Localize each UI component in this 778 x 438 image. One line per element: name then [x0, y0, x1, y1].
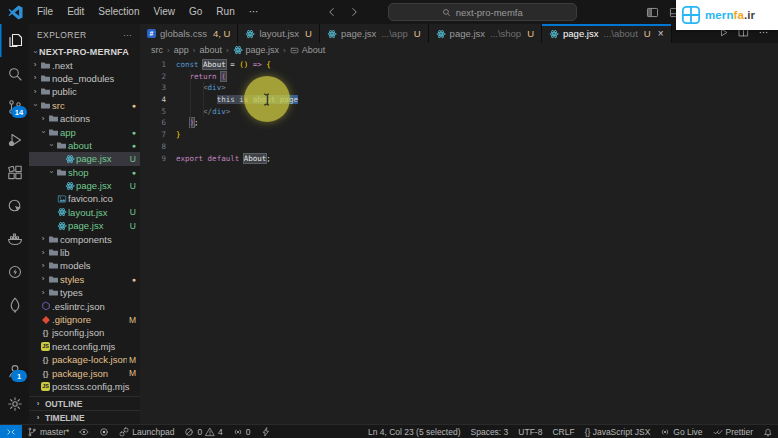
- activitybar-thunder-client[interactable]: [0, 255, 29, 288]
- status-notifications[interactable]: [758, 425, 778, 438]
- tree-item--gitignore[interactable]: .gitignoreM: [29, 313, 140, 326]
- tree-item--eslintrc-json[interactable]: .eslintrc.json: [29, 299, 140, 312]
- timeline-section[interactable]: › TIMELINE: [29, 410, 140, 424]
- breadcrumb-item-about[interactable]: About: [290, 45, 326, 55]
- activitybar-source-control[interactable]: 14: [0, 90, 29, 123]
- chevron-down-icon: ›: [47, 141, 55, 149]
- tab-label: page.jsx: [450, 28, 485, 39]
- close-icon[interactable]: ×: [658, 29, 664, 39]
- tree-item-page-jsx[interactable]: page.jsxU: [29, 152, 140, 165]
- code-line-1[interactable]: 1const About = () => {: [140, 59, 778, 71]
- activitybar-accounts[interactable]: 1: [0, 354, 29, 387]
- code-line-2[interactable]: 2 return (: [140, 71, 778, 83]
- tree-root[interactable]: ›NEXT-PRO-MERNFA: [29, 45, 140, 58]
- breadcrumb[interactable]: src›app›about›page.jsx›About: [140, 43, 778, 57]
- code-line-4[interactable]: 4 this is about page: [140, 94, 778, 106]
- back-arrow-icon[interactable]: [326, 6, 338, 18]
- code-line-9[interactable]: 9export default About;: [140, 153, 778, 165]
- status-go-live[interactable]: Go Live: [655, 425, 707, 438]
- tree-item-actions[interactable]: ›actions: [29, 112, 140, 125]
- status-problems[interactable]: 04: [179, 425, 227, 438]
- tree-item-app[interactable]: ›app●: [29, 125, 140, 138]
- tab-globals-css[interactable]: #globals.css4, U: [140, 24, 238, 43]
- tree-item-next-config-mjs[interactable]: JSnext.config.mjs: [29, 340, 140, 353]
- status-encoding[interactable]: UTF-8: [513, 425, 547, 438]
- activitybar-explorer[interactable]: [0, 24, 29, 57]
- tree-item-favicon-ico[interactable]: favicon.ico: [29, 192, 140, 205]
- breadcrumb-item-app[interactable]: app: [174, 45, 189, 55]
- error-icon: [184, 427, 194, 437]
- code-line-5[interactable]: 5 </div>: [140, 106, 778, 118]
- activitybar-live-preview[interactable]: [0, 189, 29, 222]
- breadcrumb-label: About: [302, 45, 326, 55]
- status-gitlens-target[interactable]: [94, 425, 114, 438]
- status-eol-text: CRLF: [552, 427, 574, 437]
- menu-item-[interactable]: ⋯: [242, 0, 266, 24]
- menu-item-file[interactable]: File: [30, 0, 60, 24]
- activitybar-extensions[interactable]: [0, 156, 29, 189]
- code-line-6[interactable]: 6 );: [140, 117, 778, 129]
- activitybar-run-debug[interactable]: [0, 123, 29, 156]
- tree-item-node-modules[interactable]: ›node_modules: [29, 72, 140, 85]
- status-indentation[interactable]: Spaces: 3: [466, 425, 514, 438]
- activitybar-mongodb[interactable]: [0, 288, 29, 321]
- status-radio-count[interactable]: 0: [228, 425, 256, 438]
- explorer-more-actions[interactable]: ⋯: [123, 30, 132, 40]
- breadcrumb-item-about[interactable]: about: [199, 45, 222, 55]
- breadcrumb-item-src[interactable]: src: [151, 45, 163, 55]
- tab-layout-jsx[interactable]: layout.jsxU: [238, 24, 319, 43]
- chevron-down-icon: ›: [31, 48, 39, 56]
- tree-item-lib[interactable]: ›lib: [29, 246, 140, 259]
- breadcrumb-item-page-jsx[interactable]: page.jsx: [233, 45, 280, 55]
- tab-page-jsx----about[interactable]: page.jsx ...\aboutU×: [542, 24, 671, 43]
- menu-item-edit[interactable]: Edit: [60, 0, 91, 24]
- tree-item-package-lock-json[interactable]: {}package-lock.jsonM: [29, 353, 140, 366]
- tree-item-package-json[interactable]: {}package.jsonM: [29, 366, 140, 379]
- tree-item-layout-jsx[interactable]: layout.jsxU: [29, 206, 140, 219]
- code-line-8[interactable]: 8: [140, 141, 778, 153]
- git-status-badge: M: [129, 368, 136, 378]
- tree-item-public[interactable]: ›public: [29, 85, 140, 98]
- activitybar-docker[interactable]: [0, 222, 29, 255]
- toggle-panel-icon[interactable]: [646, 6, 659, 19]
- tree-item-shop[interactable]: ›shop●: [29, 166, 140, 179]
- tab-page-jsx----shop[interactable]: page.jsx ...\shopU: [429, 24, 542, 43]
- status-language-mode[interactable]: {} JavaScript JSX: [580, 425, 656, 438]
- tree-item-models[interactable]: ›models: [29, 259, 140, 272]
- chevron-right-icon: ›: [39, 262, 47, 270]
- status-cursor-position[interactable]: Ln 4, Col 23 (5 selected): [363, 425, 466, 438]
- status-remote-indicator[interactable]: [0, 425, 22, 438]
- code-line-7[interactable]: 7}: [140, 129, 778, 141]
- activitybar-search[interactable]: [0, 57, 29, 90]
- tree-item-styles[interactable]: ›styles●: [29, 273, 140, 286]
- tree-item-jsconfig-json[interactable]: {}jsconfig.json: [29, 326, 140, 339]
- tree-item-label: next.config.mjs: [52, 341, 136, 352]
- status-prettier[interactable]: Prettier: [708, 425, 758, 438]
- folder-icon: [48, 260, 59, 271]
- activitybar-settings[interactable]: [0, 387, 29, 420]
- status-gitlens-eye[interactable]: [74, 425, 94, 438]
- tree-item-page-jsx[interactable]: page.jsxU: [29, 219, 140, 232]
- tree-item-src[interactable]: ›src●: [29, 99, 140, 112]
- tab-page-jsx----app[interactable]: page.jsx ...\appU: [320, 24, 429, 43]
- status-eol[interactable]: CRLF: [547, 425, 579, 438]
- outline-section[interactable]: › OUTLINE: [29, 396, 140, 410]
- code-token: const: [176, 60, 203, 69]
- tree-item-types[interactable]: ›types: [29, 286, 140, 299]
- menu-item-run[interactable]: Run: [209, 0, 241, 24]
- tree-item-postcss-config-mjs[interactable]: JSpostcss.config.mjs: [29, 380, 140, 393]
- menu-item-go[interactable]: Go: [182, 0, 209, 24]
- code-line-3[interactable]: 3 <div>: [140, 82, 778, 94]
- code-editor[interactable]: 1const About = () => {2 return (3 <div>4…: [140, 57, 778, 424]
- menu-item-view[interactable]: View: [147, 0, 183, 24]
- status-launchpad[interactable]: Launchpad: [114, 425, 179, 438]
- tree-item-components[interactable]: ›components: [29, 232, 140, 245]
- status-git-branch[interactable]: master*: [22, 425, 74, 438]
- forward-arrow-icon[interactable]: [348, 6, 360, 18]
- tree-item-page-jsx[interactable]: page.jsxU: [29, 179, 140, 192]
- status-lightning[interactable]: [256, 425, 276, 438]
- tree-item--next[interactable]: ›.next: [29, 58, 140, 71]
- command-center-search[interactable]: next-pro-memfa: [388, 3, 577, 21]
- menu-item-selection[interactable]: Selection: [91, 0, 146, 24]
- tree-item-about[interactable]: ›about●: [29, 139, 140, 152]
